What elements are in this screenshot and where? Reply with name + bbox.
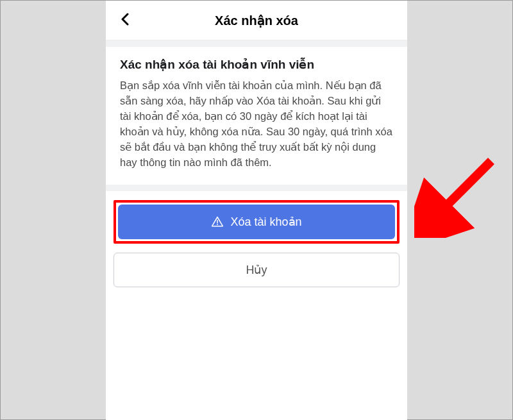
highlight-frame: Xóa tài khoản [114, 200, 399, 244]
delete-account-button[interactable]: Xóa tài khoản [118, 205, 395, 239]
confirmation-card: Xác nhận xóa tài khoản vĩnh viễn Bạn sắp… [106, 47, 407, 185]
chevron-left-icon [120, 13, 130, 28]
back-button[interactable] [116, 12, 134, 29]
section-divider [106, 185, 407, 191]
confirmation-title: Xác nhận xóa tài khoản vĩnh viễn [120, 57, 393, 72]
warning-icon [211, 215, 224, 228]
svg-point-1 [217, 224, 219, 225]
confirmation-body: Bạn sắp xóa vĩnh viễn tài khoản của mình… [120, 78, 393, 171]
phone-screen: Xác nhận xóa Xác nhận xóa tài khoản vĩnh… [106, 1, 407, 420]
svg-line-3 [433, 161, 491, 219]
delete-button-label: Xóa tài khoản [230, 215, 301, 229]
header: Xác nhận xóa [106, 1, 407, 40]
cancel-button-label: Hủy [246, 263, 267, 277]
tutorial-frame: Xác nhận xóa Xác nhận xóa tài khoản vĩnh… [0, 0, 513, 420]
buttons-area: Xóa tài khoản Hủy [106, 200, 407, 287]
page-title: Xác nhận xóa [215, 13, 298, 28]
cancel-button[interactable]: Hủy [114, 253, 399, 287]
instruction-arrow-icon [414, 148, 504, 238]
section-divider [106, 40, 407, 47]
